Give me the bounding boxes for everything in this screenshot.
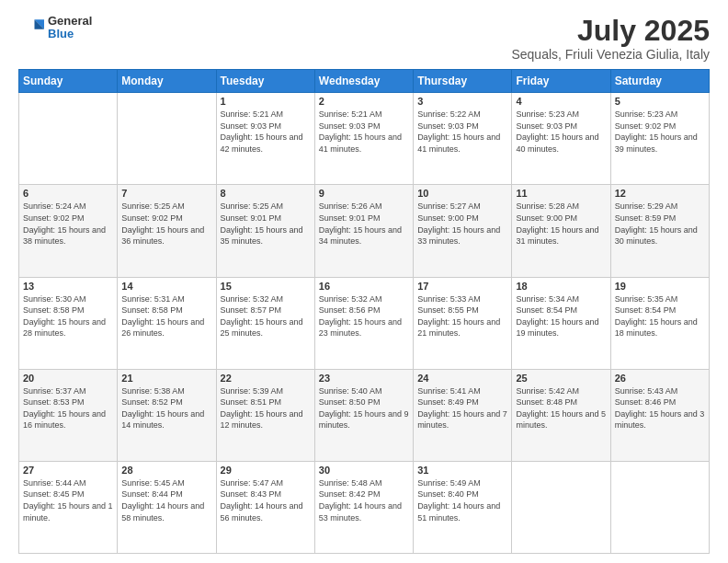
day-number: 23 [319, 373, 409, 384]
calendar-week-row: 6Sunrise: 5:24 AMSunset: 9:02 PMDaylight… [19, 185, 710, 277]
month-title: July 2025 [511, 15, 710, 47]
weekday-header: Monday [118, 70, 216, 93]
day-number: 28 [121, 465, 211, 476]
day-info: Sunrise: 5:28 AMSunset: 9:00 PMDaylight:… [516, 201, 606, 247]
calendar-cell: 26Sunrise: 5:43 AMSunset: 8:46 PMDayligh… [610, 369, 709, 461]
day-info: Sunrise: 5:21 AMSunset: 9:03 PMDaylight:… [319, 109, 409, 155]
calendar-cell: 9Sunrise: 5:26 AMSunset: 9:01 PMDaylight… [314, 185, 413, 277]
day-number: 17 [417, 281, 507, 292]
calendar-week-row: 1Sunrise: 5:21 AMSunset: 9:03 PMDaylight… [19, 93, 710, 185]
calendar-cell [610, 461, 709, 553]
day-number: 15 [221, 281, 311, 292]
day-info: Sunrise: 5:30 AMSunset: 8:58 PMDaylight:… [23, 293, 113, 339]
calendar-cell: 12Sunrise: 5:29 AMSunset: 8:59 PMDayligh… [610, 185, 709, 277]
day-number: 27 [23, 465, 113, 476]
day-info: Sunrise: 5:26 AMSunset: 9:01 PMDaylight:… [319, 201, 409, 247]
logo-icon [18, 15, 44, 40]
calendar-cell: 29Sunrise: 5:47 AMSunset: 8:43 PMDayligh… [216, 461, 314, 553]
day-info: Sunrise: 5:47 AMSunset: 8:43 PMDaylight:… [221, 477, 311, 523]
calendar: SundayMondayTuesdayWednesdayThursdayFrid… [18, 69, 710, 554]
calendar-cell: 23Sunrise: 5:40 AMSunset: 8:50 PMDayligh… [314, 369, 413, 461]
calendar-cell: 25Sunrise: 5:42 AMSunset: 8:48 PMDayligh… [512, 369, 610, 461]
day-number: 29 [221, 465, 311, 476]
day-number: 9 [319, 188, 409, 199]
day-number: 4 [516, 96, 606, 107]
weekday-header: Sunday [19, 70, 118, 93]
day-number: 26 [615, 373, 705, 384]
calendar-cell [19, 93, 118, 185]
day-number: 12 [615, 188, 705, 199]
day-info: Sunrise: 5:33 AMSunset: 8:55 PMDaylight:… [417, 293, 507, 339]
calendar-cell: 11Sunrise: 5:28 AMSunset: 9:00 PMDayligh… [512, 185, 610, 277]
day-info: Sunrise: 5:43 AMSunset: 8:46 PMDaylight:… [615, 385, 705, 431]
day-number: 22 [221, 373, 311, 384]
calendar-cell: 7Sunrise: 5:25 AMSunset: 9:02 PMDaylight… [118, 185, 216, 277]
day-number: 2 [319, 96, 409, 107]
day-info: Sunrise: 5:42 AMSunset: 8:48 PMDaylight:… [516, 385, 606, 431]
calendar-cell: 19Sunrise: 5:35 AMSunset: 8:54 PMDayligh… [610, 277, 709, 369]
calendar-cell: 2Sunrise: 5:21 AMSunset: 9:03 PMDaylight… [314, 93, 413, 185]
calendar-cell [512, 461, 610, 553]
day-number: 24 [417, 373, 507, 384]
day-info: Sunrise: 5:32 AMSunset: 8:56 PMDaylight:… [319, 293, 409, 339]
weekday-header-row: SundayMondayTuesdayWednesdayThursdayFrid… [19, 70, 710, 93]
calendar-cell: 28Sunrise: 5:45 AMSunset: 8:44 PMDayligh… [118, 461, 216, 553]
calendar-cell: 1Sunrise: 5:21 AMSunset: 9:03 PMDaylight… [216, 93, 314, 185]
day-info: Sunrise: 5:40 AMSunset: 8:50 PMDaylight:… [319, 385, 409, 431]
calendar-cell: 13Sunrise: 5:30 AMSunset: 8:58 PMDayligh… [19, 277, 118, 369]
calendar-cell: 17Sunrise: 5:33 AMSunset: 8:55 PMDayligh… [414, 277, 512, 369]
calendar-cell: 31Sunrise: 5:49 AMSunset: 8:40 PMDayligh… [414, 461, 512, 553]
day-info: Sunrise: 5:25 AMSunset: 9:01 PMDaylight:… [221, 201, 311, 247]
day-number: 3 [417, 96, 507, 107]
calendar-cell: 30Sunrise: 5:48 AMSunset: 8:42 PMDayligh… [314, 461, 413, 553]
day-info: Sunrise: 5:48 AMSunset: 8:42 PMDaylight:… [319, 477, 409, 523]
day-number: 14 [121, 281, 211, 292]
calendar-cell: 18Sunrise: 5:34 AMSunset: 8:54 PMDayligh… [512, 277, 610, 369]
weekday-header: Wednesday [314, 70, 413, 93]
day-info: Sunrise: 5:34 AMSunset: 8:54 PMDaylight:… [516, 293, 606, 339]
calendar-cell: 8Sunrise: 5:25 AMSunset: 9:01 PMDaylight… [216, 185, 314, 277]
day-number: 25 [516, 373, 606, 384]
day-info: Sunrise: 5:27 AMSunset: 9:00 PMDaylight:… [417, 201, 507, 247]
day-info: Sunrise: 5:23 AMSunset: 9:02 PMDaylight:… [615, 109, 705, 155]
day-number: 6 [23, 188, 113, 199]
weekday-header: Saturday [610, 70, 709, 93]
weekday-header: Friday [512, 70, 610, 93]
day-number: 11 [516, 188, 606, 199]
day-info: Sunrise: 5:44 AMSunset: 8:45 PMDaylight:… [23, 477, 113, 523]
calendar-cell: 27Sunrise: 5:44 AMSunset: 8:45 PMDayligh… [19, 461, 118, 553]
calendar-cell: 22Sunrise: 5:39 AMSunset: 8:51 PMDayligh… [216, 369, 314, 461]
calendar-cell: 15Sunrise: 5:32 AMSunset: 8:57 PMDayligh… [216, 277, 314, 369]
weekday-header: Tuesday [216, 70, 314, 93]
page: General Blue July 2025 Sequals, Friuli V… [0, 0, 728, 563]
calendar-cell: 10Sunrise: 5:27 AMSunset: 9:00 PMDayligh… [414, 185, 512, 277]
calendar-cell: 20Sunrise: 5:37 AMSunset: 8:53 PMDayligh… [19, 369, 118, 461]
day-info: Sunrise: 5:39 AMSunset: 8:51 PMDaylight:… [221, 385, 311, 431]
calendar-week-row: 13Sunrise: 5:30 AMSunset: 8:58 PMDayligh… [19, 277, 710, 369]
day-info: Sunrise: 5:31 AMSunset: 8:58 PMDaylight:… [121, 293, 211, 339]
weekday-header: Thursday [414, 70, 512, 93]
calendar-cell: 3Sunrise: 5:22 AMSunset: 9:03 PMDaylight… [414, 93, 512, 185]
day-number: 18 [516, 281, 606, 292]
calendar-cell: 5Sunrise: 5:23 AMSunset: 9:02 PMDaylight… [610, 93, 709, 185]
header: General Blue July 2025 Sequals, Friuli V… [18, 15, 710, 62]
day-number: 13 [23, 281, 113, 292]
day-number: 16 [319, 281, 409, 292]
calendar-cell: 24Sunrise: 5:41 AMSunset: 8:49 PMDayligh… [414, 369, 512, 461]
calendar-week-row: 20Sunrise: 5:37 AMSunset: 8:53 PMDayligh… [19, 369, 710, 461]
day-info: Sunrise: 5:41 AMSunset: 8:49 PMDaylight:… [417, 385, 507, 431]
day-number: 31 [417, 465, 507, 476]
calendar-cell: 16Sunrise: 5:32 AMSunset: 8:56 PMDayligh… [314, 277, 413, 369]
calendar-cell [118, 93, 216, 185]
day-info: Sunrise: 5:22 AMSunset: 9:03 PMDaylight:… [417, 109, 507, 155]
day-info: Sunrise: 5:21 AMSunset: 9:03 PMDaylight:… [221, 109, 311, 155]
day-info: Sunrise: 5:23 AMSunset: 9:03 PMDaylight:… [516, 109, 606, 155]
day-number: 8 [221, 188, 311, 199]
calendar-week-row: 27Sunrise: 5:44 AMSunset: 8:45 PMDayligh… [19, 461, 710, 553]
logo-text: General Blue [48, 15, 92, 41]
logo: General Blue [18, 15, 92, 41]
day-number: 20 [23, 373, 113, 384]
day-info: Sunrise: 5:38 AMSunset: 8:52 PMDaylight:… [121, 385, 211, 431]
day-number: 21 [121, 373, 211, 384]
day-number: 30 [319, 465, 409, 476]
